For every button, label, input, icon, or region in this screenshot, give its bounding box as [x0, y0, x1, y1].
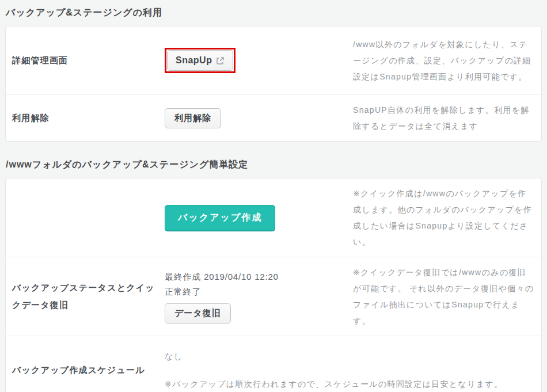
table-row-cancel-usage: 利用解除 利用解除 SnapUP自体の利用を解除します。利用を解除するとデータは… — [6, 95, 541, 141]
row-desc-backup-status: ※クイックデータ復旧では/wwwのみの復旧が可能です。 それ以外のデータ復旧や個… — [353, 257, 541, 336]
row-label-admin-screen: 詳細管理画面 — [6, 46, 165, 75]
section-title-usage: バックアップ&ステージングの利用 — [5, 5, 542, 26]
usage-table: 詳細管理画面 SnapUp /www以外の — [5, 26, 542, 142]
last-created-timestamp: 最終作成 2019/04/10 12:20 — [165, 269, 353, 284]
snapup-button[interactable]: SnapUp — [167, 50, 233, 71]
snapup-settings-page: バックアップ&ステージングの利用 詳細管理画面 SnapUp — [0, 0, 547, 392]
row-desc-create-backup: ※クイック作成は/wwwのバックアップを作成します。他のフォルダのバックアップを… — [353, 178, 541, 257]
row-desc-cancel-usage: SnapUP自体の利用を解除します。利用を解除するとデータは全て消えます — [353, 95, 541, 141]
row-label-cancel-usage: 利用解除 — [6, 104, 165, 132]
status-result: 正常終了 — [165, 284, 353, 299]
cancel-usage-button[interactable]: 利用解除 — [165, 108, 221, 128]
cancel-usage-cell: 利用解除 — [165, 102, 353, 134]
row-label-backup-status: バックアップステータスとクイックデータ復旧 — [6, 273, 165, 319]
row-label-backup-schedule: バックアップ作成スケジュール — [6, 356, 165, 385]
row-label-create-backup-empty — [6, 212, 165, 223]
row-desc-admin-screen: /www以外のフォルダを対象にしたり、ステージングの作成、設定、バックアップの詳… — [353, 29, 541, 92]
create-backup-button[interactable]: バックアップ作成 — [165, 205, 275, 231]
create-backup-cell: バックアップ作成 — [165, 199, 353, 237]
admin-screen-cell: SnapUp — [165, 42, 353, 79]
table-row-admin-screen: 詳細管理画面 SnapUp /www以外の — [6, 26, 541, 95]
table-row-backup-status: バックアップステータスとクイックデータ復旧 最終作成 2019/04/10 12… — [6, 257, 541, 336]
section-title-www-easy-setup: /wwwフォルダのバックアップ&ステージング簡単設定 — [5, 157, 542, 178]
backup-schedule-cell: なし ※バックアップは順次行われますので、スケジュールの時間設定は目安となります… — [165, 341, 541, 392]
data-restore-button[interactable]: データ復旧 — [165, 303, 231, 324]
external-link-icon — [216, 56, 225, 65]
table-row-backup-schedule: バックアップ作成スケジュール なし ※バックアップは順次行われますので、スケジュ… — [6, 336, 541, 392]
restore-button-wrap: データ復旧 — [165, 303, 353, 324]
backup-status-cell: 最終作成 2019/04/10 12:20 正常終了 データ復旧 — [165, 264, 353, 329]
snapup-button-label: SnapUp — [176, 55, 212, 66]
schedule-value: なし — [165, 348, 534, 364]
schedule-note: ※バックアップは順次行われますので、スケジュールの時間設定は目安となります。 — [165, 376, 534, 392]
highlight-red-box: SnapUp — [165, 48, 235, 73]
easy-setup-table: バックアップ作成 ※クイック作成は/wwwのバックアップを作成します。他のフォル… — [5, 178, 542, 392]
table-row-create-backup: バックアップ作成 ※クイック作成は/wwwのバックアップを作成します。他のフォル… — [6, 178, 541, 257]
